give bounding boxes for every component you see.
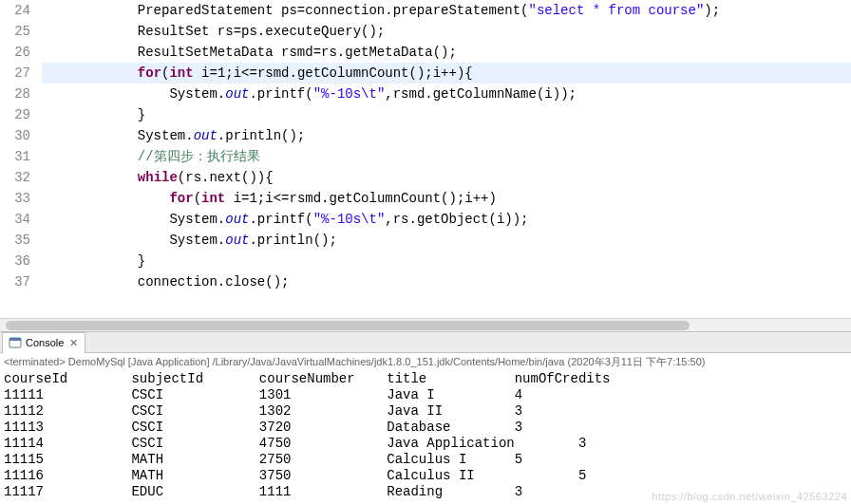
line-number: 32 [0,167,30,188]
console-output[interactable]: courseId subjectId courseNumber title nu… [0,371,851,500]
code-editor[interactable]: 2425262728293031323334353637 PreparedSta… [0,0,851,318]
line-number: 26 [0,42,30,63]
code-line[interactable]: System.out.printf("%-10s\t",rs.getObject… [42,209,851,230]
code-line[interactable]: connection.close(); [42,271,851,292]
code-line[interactable]: } [42,251,851,271]
code-line[interactable]: System.out.println(); [42,125,851,146]
line-number: 27 [0,63,30,84]
line-number: 37 [0,271,30,292]
svg-rect-1 [9,338,21,341]
editor-horizontal-scrollbar[interactable] [0,318,851,331]
code-line[interactable]: PreparedStatement ps=connection.prepareS… [42,0,851,21]
console-icon [9,336,22,349]
scrollbar-thumb[interactable] [6,321,690,330]
line-number: 35 [0,230,30,251]
code-line[interactable]: System.out.println(); [42,230,851,251]
tab-console-label: Console [26,337,64,348]
line-number: 28 [0,84,30,104]
code-line[interactable]: ResultSetMetaData rsmd=rs.getMetaData(); [42,42,851,63]
code-line[interactable]: for(int i=1;i<=rsmd.getColumnCount();i++… [42,188,851,209]
line-number: 25 [0,21,30,42]
line-number-gutter: 2425262728293031323334353637 [0,0,38,292]
tab-console[interactable]: Console ✕ [2,332,85,353]
console-panel: Console ✕ <terminated> DemoMySql [Java A… [0,331,851,500]
line-number: 34 [0,209,30,230]
line-number: 30 [0,125,30,146]
code-line[interactable]: for(int i=1;i<=rsmd.getColumnCount();i++… [42,63,851,84]
close-icon[interactable]: ✕ [67,337,79,348]
line-number: 36 [0,251,30,271]
code-line[interactable]: System.out.printf("%-10s\t",rsmd.getColu… [42,84,851,104]
code-line[interactable]: ResultSet rs=ps.executeQuery(); [42,21,851,42]
line-number: 29 [0,104,30,125]
code-line[interactable]: //第四步：执行结果 [42,146,851,167]
termination-status-line: <terminated> DemoMySql [Java Application… [0,353,851,371]
line-number: 33 [0,188,30,209]
watermark: https://blog.csdn.net/weixin_42563224 [652,491,847,502]
code-line[interactable]: } [42,104,851,125]
line-number: 24 [0,0,30,21]
code-line[interactable]: while(rs.next()){ [42,167,851,188]
code-area[interactable]: PreparedStatement ps=connection.prepareS… [38,0,851,292]
line-number: 31 [0,146,30,167]
console-tabbar: Console ✕ [0,332,851,353]
